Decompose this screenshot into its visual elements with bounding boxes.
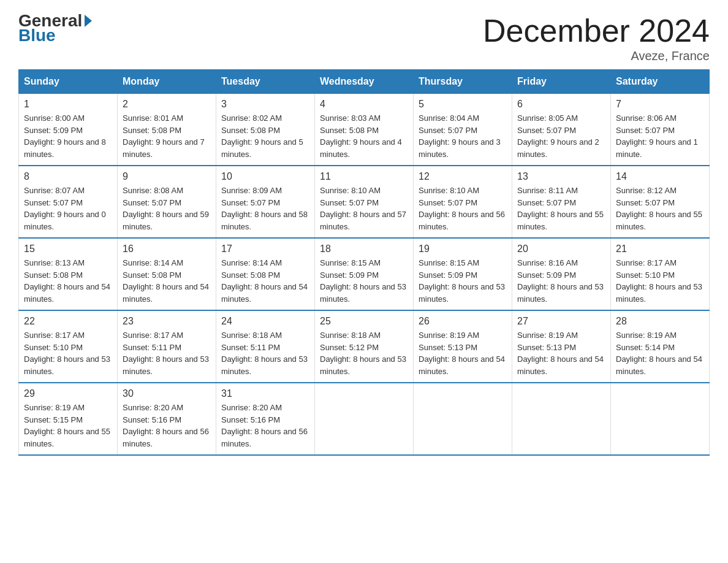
day-number: 15 bbox=[24, 243, 112, 255]
day-info: Sunrise: 8:10 AMSunset: 5:07 PMDaylight:… bbox=[419, 185, 507, 232]
calendar-cell: 5Sunrise: 8:04 AMSunset: 5:07 PMDaylight… bbox=[414, 94, 512, 166]
day-number: 23 bbox=[123, 316, 211, 327]
day-info: Sunrise: 8:14 AMSunset: 5:08 PMDaylight:… bbox=[123, 257, 211, 305]
day-info: Sunrise: 8:03 AMSunset: 5:08 PMDaylight:… bbox=[320, 112, 408, 160]
calendar-cell: 7Sunrise: 8:06 AMSunset: 5:07 PMDaylight… bbox=[611, 94, 710, 166]
header-day-sunday: Sunday bbox=[19, 70, 118, 94]
calendar-body: 1Sunrise: 8:00 AMSunset: 5:09 PMDaylight… bbox=[19, 94, 710, 456]
day-info: Sunrise: 8:20 AMSunset: 5:16 PMDaylight:… bbox=[221, 402, 309, 450]
day-number: 31 bbox=[221, 388, 309, 399]
day-number: 25 bbox=[320, 316, 408, 327]
calendar-cell: 9Sunrise: 8:08 AMSunset: 5:07 PMDaylight… bbox=[118, 166, 216, 238]
day-info: Sunrise: 8:11 AMSunset: 5:07 PMDaylight:… bbox=[517, 185, 605, 232]
week-row-3: 15Sunrise: 8:13 AMSunset: 5:08 PMDayligh… bbox=[19, 238, 710, 310]
week-row-2: 8Sunrise: 8:07 AMSunset: 5:07 PMDaylight… bbox=[19, 166, 710, 238]
day-number: 4 bbox=[320, 99, 408, 110]
week-row-5: 29Sunrise: 8:19 AMSunset: 5:15 PMDayligh… bbox=[19, 383, 710, 455]
logo: General Blue bbox=[18, 12, 92, 44]
day-info: Sunrise: 8:01 AMSunset: 5:08 PMDaylight:… bbox=[123, 112, 211, 160]
calendar-cell: 11Sunrise: 8:10 AMSunset: 5:07 PMDayligh… bbox=[315, 166, 414, 238]
calendar-cell: 12Sunrise: 8:10 AMSunset: 5:07 PMDayligh… bbox=[414, 166, 512, 238]
week-row-1: 1Sunrise: 8:00 AMSunset: 5:09 PMDaylight… bbox=[19, 94, 710, 166]
day-number: 30 bbox=[123, 388, 211, 399]
title-area: December 2024 Aveze, France bbox=[483, 12, 710, 63]
calendar-cell: 15Sunrise: 8:13 AMSunset: 5:08 PMDayligh… bbox=[19, 238, 118, 310]
day-number: 28 bbox=[616, 316, 704, 327]
day-info: Sunrise: 8:16 AMSunset: 5:09 PMDaylight:… bbox=[517, 257, 605, 305]
header-day-thursday: Thursday bbox=[414, 70, 512, 94]
day-number: 6 bbox=[517, 99, 605, 110]
calendar-table: SundayMondayTuesdayWednesdayThursdayFrid… bbox=[18, 69, 710, 456]
calendar-cell: 20Sunrise: 8:16 AMSunset: 5:09 PMDayligh… bbox=[512, 238, 611, 310]
day-info: Sunrise: 8:13 AMSunset: 5:08 PMDaylight:… bbox=[24, 257, 112, 305]
day-number: 27 bbox=[517, 316, 605, 327]
day-info: Sunrise: 8:10 AMSunset: 5:07 PMDaylight:… bbox=[320, 185, 408, 232]
calendar-cell bbox=[611, 383, 710, 455]
day-number: 9 bbox=[123, 171, 211, 182]
calendar-cell: 1Sunrise: 8:00 AMSunset: 5:09 PMDaylight… bbox=[19, 94, 118, 166]
day-info: Sunrise: 8:15 AMSunset: 5:09 PMDaylight:… bbox=[419, 257, 507, 305]
day-number: 2 bbox=[123, 99, 211, 110]
day-info: Sunrise: 8:04 AMSunset: 5:07 PMDaylight:… bbox=[419, 112, 507, 160]
day-info: Sunrise: 8:17 AMSunset: 5:10 PMDaylight:… bbox=[616, 257, 704, 305]
header-day-tuesday: Tuesday bbox=[216, 70, 315, 94]
day-info: Sunrise: 8:17 AMSunset: 5:10 PMDaylight:… bbox=[24, 329, 112, 377]
day-number: 20 bbox=[517, 243, 605, 255]
day-info: Sunrise: 8:19 AMSunset: 5:13 PMDaylight:… bbox=[419, 329, 507, 377]
calendar-cell: 24Sunrise: 8:18 AMSunset: 5:11 PMDayligh… bbox=[216, 310, 315, 383]
header-day-saturday: Saturday bbox=[611, 70, 710, 94]
day-number: 10 bbox=[221, 171, 309, 182]
day-number: 16 bbox=[123, 243, 211, 255]
day-number: 3 bbox=[221, 99, 309, 110]
calendar-cell: 28Sunrise: 8:19 AMSunset: 5:14 PMDayligh… bbox=[611, 310, 710, 383]
month-title: December 2024 bbox=[483, 12, 710, 49]
calendar-cell: 25Sunrise: 8:18 AMSunset: 5:12 PMDayligh… bbox=[315, 310, 414, 383]
day-number: 24 bbox=[221, 316, 309, 327]
day-info: Sunrise: 8:08 AMSunset: 5:07 PMDaylight:… bbox=[123, 185, 211, 232]
calendar-cell: 16Sunrise: 8:14 AMSunset: 5:08 PMDayligh… bbox=[118, 238, 216, 310]
calendar-cell: 27Sunrise: 8:19 AMSunset: 5:13 PMDayligh… bbox=[512, 310, 611, 383]
day-number: 22 bbox=[24, 316, 112, 327]
calendar-cell: 8Sunrise: 8:07 AMSunset: 5:07 PMDaylight… bbox=[19, 166, 118, 238]
day-number: 8 bbox=[24, 171, 112, 182]
calendar-cell: 22Sunrise: 8:17 AMSunset: 5:10 PMDayligh… bbox=[19, 310, 118, 383]
calendar-header: SundayMondayTuesdayWednesdayThursdayFrid… bbox=[19, 70, 710, 94]
day-info: Sunrise: 8:06 AMSunset: 5:07 PMDaylight:… bbox=[616, 112, 704, 160]
day-info: Sunrise: 8:00 AMSunset: 5:09 PMDaylight:… bbox=[24, 112, 112, 160]
day-info: Sunrise: 8:15 AMSunset: 5:09 PMDaylight:… bbox=[320, 257, 408, 305]
calendar-cell: 2Sunrise: 8:01 AMSunset: 5:08 PMDaylight… bbox=[118, 94, 216, 166]
calendar-cell: 18Sunrise: 8:15 AMSunset: 5:09 PMDayligh… bbox=[315, 238, 414, 310]
day-number: 18 bbox=[320, 243, 408, 255]
day-info: Sunrise: 8:19 AMSunset: 5:15 PMDaylight:… bbox=[24, 402, 112, 450]
logo-arrow-icon bbox=[85, 15, 92, 27]
day-info: Sunrise: 8:17 AMSunset: 5:11 PMDaylight:… bbox=[123, 329, 211, 377]
day-info: Sunrise: 8:05 AMSunset: 5:07 PMDaylight:… bbox=[517, 112, 605, 160]
calendar-cell: 23Sunrise: 8:17 AMSunset: 5:11 PMDayligh… bbox=[118, 310, 216, 383]
calendar-cell bbox=[315, 383, 414, 455]
day-number: 19 bbox=[419, 243, 507, 255]
calendar-cell: 29Sunrise: 8:19 AMSunset: 5:15 PMDayligh… bbox=[19, 383, 118, 455]
day-info: Sunrise: 8:19 AMSunset: 5:14 PMDaylight:… bbox=[616, 329, 704, 377]
header-day-monday: Monday bbox=[118, 70, 216, 94]
week-row-4: 22Sunrise: 8:17 AMSunset: 5:10 PMDayligh… bbox=[19, 310, 710, 383]
calendar-cell: 19Sunrise: 8:15 AMSunset: 5:09 PMDayligh… bbox=[414, 238, 512, 310]
calendar-cell bbox=[512, 383, 611, 455]
calendar-cell: 6Sunrise: 8:05 AMSunset: 5:07 PMDaylight… bbox=[512, 94, 611, 166]
calendar-cell: 21Sunrise: 8:17 AMSunset: 5:10 PMDayligh… bbox=[611, 238, 710, 310]
day-number: 5 bbox=[419, 99, 507, 110]
day-number: 14 bbox=[616, 171, 704, 182]
day-info: Sunrise: 8:07 AMSunset: 5:07 PMDaylight:… bbox=[24, 185, 112, 232]
calendar-cell: 14Sunrise: 8:12 AMSunset: 5:07 PMDayligh… bbox=[611, 166, 710, 238]
header-row: SundayMondayTuesdayWednesdayThursdayFrid… bbox=[19, 70, 710, 94]
day-number: 17 bbox=[221, 243, 309, 255]
day-number: 26 bbox=[419, 316, 507, 327]
header-day-wednesday: Wednesday bbox=[315, 70, 414, 94]
header-day-friday: Friday bbox=[512, 70, 611, 94]
day-info: Sunrise: 8:09 AMSunset: 5:07 PMDaylight:… bbox=[221, 185, 309, 232]
day-number: 7 bbox=[616, 99, 704, 110]
calendar-cell: 10Sunrise: 8:09 AMSunset: 5:07 PMDayligh… bbox=[216, 166, 315, 238]
calendar-cell: 4Sunrise: 8:03 AMSunset: 5:08 PMDaylight… bbox=[315, 94, 414, 166]
day-number: 29 bbox=[24, 388, 112, 399]
day-number: 13 bbox=[517, 171, 605, 182]
location: Aveze, France bbox=[483, 49, 710, 63]
